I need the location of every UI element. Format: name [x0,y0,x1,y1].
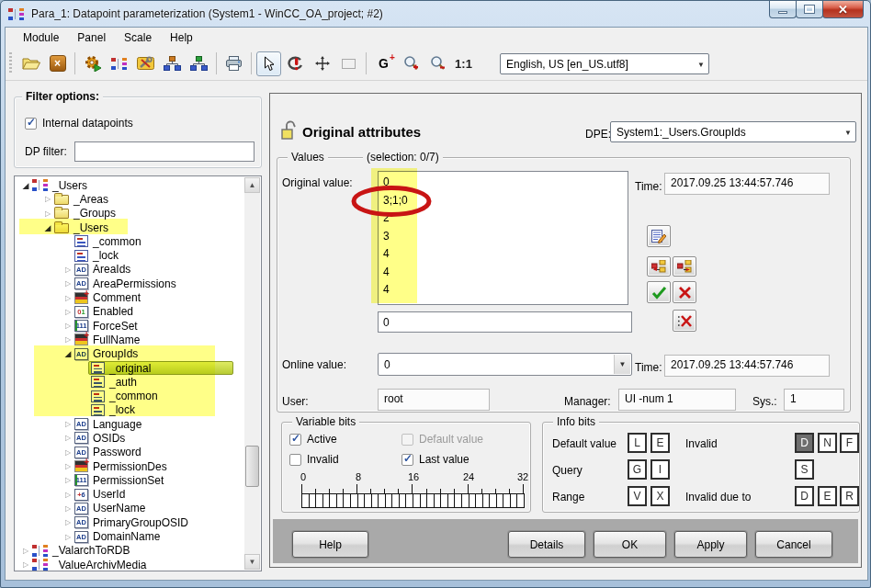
copy-left-button[interactable] [647,256,671,277]
expander-icon[interactable]: ▷ [62,294,74,302]
value-item[interactable]: 4 [383,281,628,300]
tree-row-comment[interactable]: ▷Comment [17,290,245,304]
active-checkbox[interactable] [289,434,301,446]
help-button[interactable]: Help [292,531,368,558]
info-box-E[interactable]: E [650,433,670,453]
tree-row-areaids[interactable]: ▷ADAreaIds [17,263,245,277]
menu-scale[interactable]: Scale [116,29,160,46]
tree-view-button[interactable] [160,51,185,76]
tree-row-osids[interactable]: ▷ADOSIDs [17,431,245,445]
tree-row-userid[interactable]: ▷+6UserId [17,488,245,502]
expander-icon[interactable]: ▷ [62,308,74,316]
minimize-button[interactable] [769,1,797,18]
tree-row-valarchtordb[interactable]: ▷_ValarchToRDB [17,544,245,558]
expander-icon[interactable]: ▷ [62,518,74,526]
value-item[interactable]: 4 [383,264,628,282]
dp-filter-input[interactable] [74,141,255,162]
info-box-I[interactable]: I [650,459,670,480]
expander-icon[interactable]: ◢ [19,181,32,190]
settings-button[interactable] [80,51,105,76]
tree-row-users-root[interactable]: ◢_Users [17,178,245,192]
online-value-select[interactable]: 0 ▼ [378,353,632,376]
tree-row-original[interactable]: _original [17,361,245,375]
close-module-button[interactable]: × [45,51,70,76]
info-box-F[interactable]: F [840,433,859,453]
info-box-G[interactable]: G [628,459,647,480]
tree-row-lock2[interactable]: _lock [17,403,245,417]
zoom-grid-button[interactable]: G+ [371,51,396,76]
zoom-out-button[interactable] [424,51,449,76]
print-button[interactable] [221,51,246,76]
copy-right-button[interactable] [673,256,696,277]
expander-icon[interactable]: ◢ [41,223,54,232]
tree-row-permissiondes[interactable]: ▷PermissionDes [17,459,245,473]
expander-icon[interactable]: ▷ [62,533,74,541]
cancel-button[interactable]: Cancel [755,531,832,558]
tree-row-groups[interactable]: ▷_Groups [17,207,245,220]
info-box-S[interactable]: S [795,459,814,480]
scroll-track[interactable] [244,193,260,554]
maximize-button[interactable] [796,1,823,18]
expander-icon[interactable]: ▷ [62,448,74,457]
open-button[interactable] [18,51,43,76]
expander-icon[interactable]: ▷ [62,335,74,344]
expander-icon[interactable]: ▷ [62,476,74,484]
menu-panel[interactable]: Panel [69,29,114,46]
tree-row-domainname[interactable]: ▷ADDomainName [17,529,245,543]
expander-icon[interactable]: ▷ [19,547,32,555]
menu-help[interactable]: Help [162,29,201,46]
bit-ruler[interactable]: 0 8 16 24 32 [301,471,525,510]
tree-row-groupids[interactable]: ◢ADGroupIds [17,347,245,361]
expander-icon[interactable]: ▷ [62,434,74,442]
expander-icon[interactable]: ▷ [62,322,74,330]
tree-row-auth[interactable]: _auth [17,375,245,389]
ok-button[interactable]: OK [594,531,666,558]
info-box-V[interactable]: V [628,486,647,506]
dpe-select[interactable]: System1:_Users.GroupIds ▼ [610,121,856,142]
scroll-down-icon[interactable]: ▼ [244,554,260,570]
info-box-N[interactable]: N [818,433,837,453]
scroll-up-icon[interactable]: ▲ [244,177,260,193]
tree-view-alt-button[interactable] [187,51,211,76]
value-item[interactable]: 2 [383,209,628,228]
tree-row-password[interactable]: ▷ADPassword [17,446,245,459]
tree-row-users[interactable]: ◢_Users [17,220,245,234]
tree-row-common2[interactable]: _common [17,389,245,402]
value-item[interactable]: 3;1;0 [383,192,628,210]
tree-row-permissionset[interactable]: ▷111PermissionSet [17,473,245,487]
expander-icon[interactable]: ▷ [62,279,74,288]
tree-row-forceset[interactable]: ▷111ForceSet [17,319,245,333]
discard-value-button[interactable] [673,281,696,303]
value-item[interactable]: 4 [383,245,628,264]
tree-row-username[interactable]: ▷ADUserName [17,502,245,515]
pointer-tool-button[interactable] [256,51,281,76]
value-edit-input[interactable] [378,311,632,333]
tree-row-language[interactable]: ▷ADLanguage [17,417,245,431]
para-module-button[interactable] [107,51,131,76]
info-box-D-active[interactable]: D [795,433,814,453]
tree-row-common[interactable]: _common [17,234,245,248]
menu-module[interactable]: Module [15,29,67,46]
invalid-checkbox[interactable] [289,454,301,466]
tree-row-valuearchivmedia[interactable]: ▷_ValueArchivMedia [17,558,245,571]
value-item[interactable]: 0 [383,174,628,192]
expander-icon[interactable]: ▷ [19,560,32,569]
chevron-down-icon[interactable]: ▼ [614,355,630,374]
edit-value-button[interactable] [647,225,671,247]
expander-icon[interactable]: ▷ [62,420,74,428]
expander-icon[interactable]: ▷ [41,209,54,218]
tree-row-areapermissions[interactable]: ▷ADAreaPermissions [17,277,245,290]
tree-row-lock[interactable]: _lock [17,248,245,262]
zoom-1to1-button[interactable]: 1:1 [451,51,476,76]
details-button[interactable]: Details [508,531,585,558]
expander-icon[interactable]: ▷ [41,195,54,203]
expander-icon[interactable]: ◢ [62,349,74,358]
apply-button[interactable]: Apply [674,531,747,558]
info-box-D2[interactable]: D [795,486,814,506]
tree-scrollbar[interactable]: ▲ ▼ [244,177,260,570]
expander-icon[interactable]: ▷ [62,266,74,274]
tree-row-enabled[interactable]: ▷01Enabled [17,305,245,319]
tree-row-fullname[interactable]: ▷FullName [17,333,245,346]
accept-value-button[interactable] [647,281,671,303]
info-box-L[interactable]: L [628,433,647,453]
